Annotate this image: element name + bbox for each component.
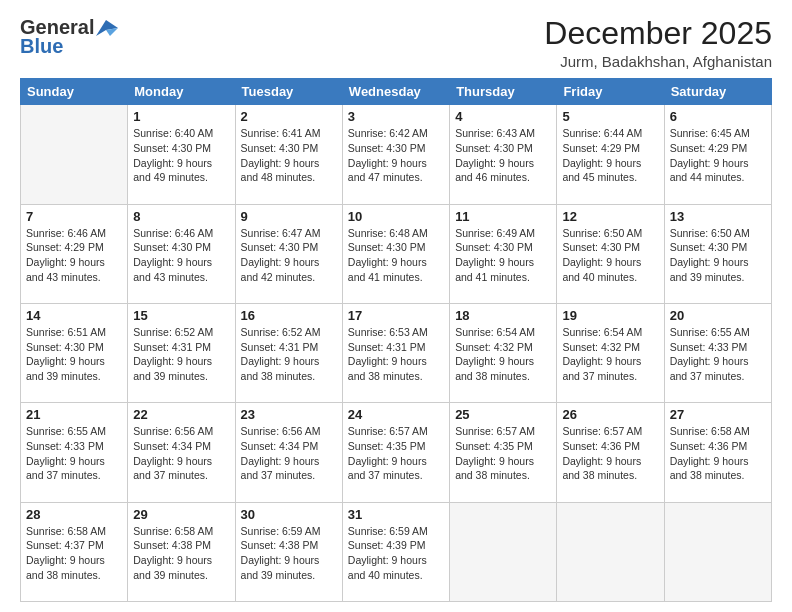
week-row-2: 7Sunrise: 6:46 AM Sunset: 4:29 PM Daylig…: [21, 204, 772, 303]
calendar-cell: 1Sunrise: 6:40 AM Sunset: 4:30 PM Daylig…: [128, 105, 235, 204]
day-number: 16: [241, 308, 337, 323]
day-number: 20: [670, 308, 766, 323]
calendar-cell: 2Sunrise: 6:41 AM Sunset: 4:30 PM Daylig…: [235, 105, 342, 204]
calendar-cell: 28Sunrise: 6:58 AM Sunset: 4:37 PM Dayli…: [21, 502, 128, 601]
day-number: 3: [348, 109, 444, 124]
day-info: Sunrise: 6:58 AM Sunset: 4:36 PM Dayligh…: [670, 424, 766, 483]
calendar-cell: 3Sunrise: 6:42 AM Sunset: 4:30 PM Daylig…: [342, 105, 449, 204]
week-row-1: 1Sunrise: 6:40 AM Sunset: 4:30 PM Daylig…: [21, 105, 772, 204]
day-info: Sunrise: 6:50 AM Sunset: 4:30 PM Dayligh…: [670, 226, 766, 285]
calendar-cell: [450, 502, 557, 601]
day-info: Sunrise: 6:53 AM Sunset: 4:31 PM Dayligh…: [348, 325, 444, 384]
week-row-4: 21Sunrise: 6:55 AM Sunset: 4:33 PM Dayli…: [21, 403, 772, 502]
day-number: 8: [133, 209, 229, 224]
day-info: Sunrise: 6:54 AM Sunset: 4:32 PM Dayligh…: [455, 325, 551, 384]
day-number: 17: [348, 308, 444, 323]
day-number: 19: [562, 308, 658, 323]
svg-marker-0: [96, 20, 118, 36]
day-info: Sunrise: 6:59 AM Sunset: 4:39 PM Dayligh…: [348, 524, 444, 583]
day-number: 4: [455, 109, 551, 124]
day-number: 27: [670, 407, 766, 422]
calendar-header-sunday: Sunday: [21, 79, 128, 105]
day-info: Sunrise: 6:54 AM Sunset: 4:32 PM Dayligh…: [562, 325, 658, 384]
page: General Blue December 2025 Jurm, Badakhs…: [0, 0, 792, 612]
day-number: 28: [26, 507, 122, 522]
calendar-cell: 26Sunrise: 6:57 AM Sunset: 4:36 PM Dayli…: [557, 403, 664, 502]
day-number: 29: [133, 507, 229, 522]
subtitle: Jurm, Badakhshan, Afghanistan: [544, 53, 772, 70]
day-info: Sunrise: 6:57 AM Sunset: 4:35 PM Dayligh…: [348, 424, 444, 483]
calendar-cell: 16Sunrise: 6:52 AM Sunset: 4:31 PM Dayli…: [235, 303, 342, 402]
week-row-3: 14Sunrise: 6:51 AM Sunset: 4:30 PM Dayli…: [21, 303, 772, 402]
day-number: 24: [348, 407, 444, 422]
calendar-cell: 18Sunrise: 6:54 AM Sunset: 4:32 PM Dayli…: [450, 303, 557, 402]
day-info: Sunrise: 6:57 AM Sunset: 4:35 PM Dayligh…: [455, 424, 551, 483]
day-info: Sunrise: 6:40 AM Sunset: 4:30 PM Dayligh…: [133, 126, 229, 185]
day-info: Sunrise: 6:56 AM Sunset: 4:34 PM Dayligh…: [241, 424, 337, 483]
calendar-cell: 13Sunrise: 6:50 AM Sunset: 4:30 PM Dayli…: [664, 204, 771, 303]
day-number: 5: [562, 109, 658, 124]
day-number: 15: [133, 308, 229, 323]
day-number: 21: [26, 407, 122, 422]
calendar-header-wednesday: Wednesday: [342, 79, 449, 105]
calendar-cell: 22Sunrise: 6:56 AM Sunset: 4:34 PM Dayli…: [128, 403, 235, 502]
logo-blue: Blue: [20, 35, 63, 58]
calendar-header-tuesday: Tuesday: [235, 79, 342, 105]
calendar-cell: 21Sunrise: 6:55 AM Sunset: 4:33 PM Dayli…: [21, 403, 128, 502]
day-info: Sunrise: 6:45 AM Sunset: 4:29 PM Dayligh…: [670, 126, 766, 185]
day-number: 1: [133, 109, 229, 124]
day-number: 22: [133, 407, 229, 422]
calendar-cell: [664, 502, 771, 601]
day-info: Sunrise: 6:48 AM Sunset: 4:30 PM Dayligh…: [348, 226, 444, 285]
day-number: 18: [455, 308, 551, 323]
day-info: Sunrise: 6:52 AM Sunset: 4:31 PM Dayligh…: [133, 325, 229, 384]
calendar-cell: 12Sunrise: 6:50 AM Sunset: 4:30 PM Dayli…: [557, 204, 664, 303]
calendar-cell: 20Sunrise: 6:55 AM Sunset: 4:33 PM Dayli…: [664, 303, 771, 402]
day-number: 25: [455, 407, 551, 422]
day-info: Sunrise: 6:41 AM Sunset: 4:30 PM Dayligh…: [241, 126, 337, 185]
day-info: Sunrise: 6:55 AM Sunset: 4:33 PM Dayligh…: [26, 424, 122, 483]
calendar-header-friday: Friday: [557, 79, 664, 105]
day-number: 30: [241, 507, 337, 522]
day-info: Sunrise: 6:52 AM Sunset: 4:31 PM Dayligh…: [241, 325, 337, 384]
logo-bird-icon: [96, 20, 118, 36]
header: General Blue December 2025 Jurm, Badakhs…: [20, 16, 772, 70]
calendar-header-row: SundayMondayTuesdayWednesdayThursdayFrid…: [21, 79, 772, 105]
calendar-cell: 19Sunrise: 6:54 AM Sunset: 4:32 PM Dayli…: [557, 303, 664, 402]
day-number: 12: [562, 209, 658, 224]
calendar-cell: 11Sunrise: 6:49 AM Sunset: 4:30 PM Dayli…: [450, 204, 557, 303]
day-number: 2: [241, 109, 337, 124]
calendar-cell: 25Sunrise: 6:57 AM Sunset: 4:35 PM Dayli…: [450, 403, 557, 502]
day-info: Sunrise: 6:58 AM Sunset: 4:38 PM Dayligh…: [133, 524, 229, 583]
day-info: Sunrise: 6:55 AM Sunset: 4:33 PM Dayligh…: [670, 325, 766, 384]
calendar-cell: 14Sunrise: 6:51 AM Sunset: 4:30 PM Dayli…: [21, 303, 128, 402]
day-info: Sunrise: 6:42 AM Sunset: 4:30 PM Dayligh…: [348, 126, 444, 185]
day-info: Sunrise: 6:49 AM Sunset: 4:30 PM Dayligh…: [455, 226, 551, 285]
calendar-cell: 23Sunrise: 6:56 AM Sunset: 4:34 PM Dayli…: [235, 403, 342, 502]
day-info: Sunrise: 6:59 AM Sunset: 4:38 PM Dayligh…: [241, 524, 337, 583]
calendar-cell: 27Sunrise: 6:58 AM Sunset: 4:36 PM Dayli…: [664, 403, 771, 502]
week-row-5: 28Sunrise: 6:58 AM Sunset: 4:37 PM Dayli…: [21, 502, 772, 601]
calendar-cell: 5Sunrise: 6:44 AM Sunset: 4:29 PM Daylig…: [557, 105, 664, 204]
calendar-header-monday: Monday: [128, 79, 235, 105]
day-number: 7: [26, 209, 122, 224]
day-info: Sunrise: 6:58 AM Sunset: 4:37 PM Dayligh…: [26, 524, 122, 583]
day-info: Sunrise: 6:43 AM Sunset: 4:30 PM Dayligh…: [455, 126, 551, 185]
calendar-cell: 29Sunrise: 6:58 AM Sunset: 4:38 PM Dayli…: [128, 502, 235, 601]
main-title: December 2025: [544, 16, 772, 51]
day-info: Sunrise: 6:47 AM Sunset: 4:30 PM Dayligh…: [241, 226, 337, 285]
day-number: 10: [348, 209, 444, 224]
calendar-header-saturday: Saturday: [664, 79, 771, 105]
calendar-cell: 9Sunrise: 6:47 AM Sunset: 4:30 PM Daylig…: [235, 204, 342, 303]
day-info: Sunrise: 6:57 AM Sunset: 4:36 PM Dayligh…: [562, 424, 658, 483]
calendar-header-thursday: Thursday: [450, 79, 557, 105]
day-number: 11: [455, 209, 551, 224]
day-number: 6: [670, 109, 766, 124]
day-info: Sunrise: 6:56 AM Sunset: 4:34 PM Dayligh…: [133, 424, 229, 483]
day-number: 23: [241, 407, 337, 422]
logo: General Blue: [20, 16, 118, 58]
calendar-table: SundayMondayTuesdayWednesdayThursdayFrid…: [20, 78, 772, 602]
day-number: 9: [241, 209, 337, 224]
calendar-cell: 7Sunrise: 6:46 AM Sunset: 4:29 PM Daylig…: [21, 204, 128, 303]
calendar-cell: 15Sunrise: 6:52 AM Sunset: 4:31 PM Dayli…: [128, 303, 235, 402]
